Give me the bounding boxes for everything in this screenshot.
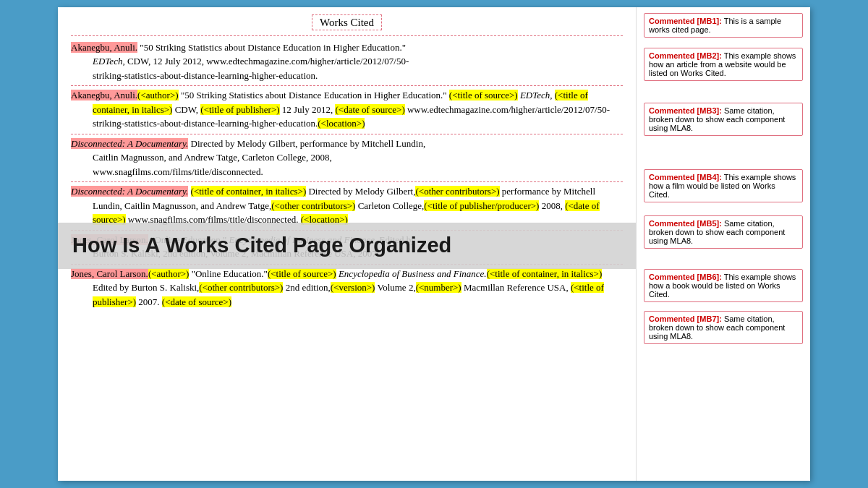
comment-mb7: Commented [MB7]: Same citation, broken d…: [644, 311, 803, 344]
entry2-line3: www.snagfilms.com/films/title/disconnect…: [71, 165, 623, 179]
document-area: Works Cited Akanegbu, Anuli. "50 Strikin…: [58, 7, 637, 481]
entry2-breakdown-block: Disconnected: A Documentary. (<title of …: [71, 184, 623, 227]
works-cited-title: Works Cited: [312, 14, 382, 30]
entry2-breakdown-text: Disconnected: A Documentary. (<title of …: [71, 184, 623, 227]
comment-mb3-label: Commented [MB3]:: [649, 106, 722, 115]
entry3-breakdown-text: Jones, Carol Larson.(<author>) "Online E…: [71, 267, 623, 309]
comment-mb2: Commented [MB2]: This example shows how …: [644, 48, 803, 81]
comment-mb4: Commented [MB4]: This example shows how …: [644, 169, 803, 202]
comment-mb6: Commented [MB6]: This example shows how …: [644, 269, 803, 302]
entry2-line2: Caitlin Magnusson, and Andrew Tatge, Car…: [71, 150, 623, 165]
entry3-breakdown-block: Jones, Carol Larson.(<author>) "Online E…: [71, 267, 623, 309]
comment-mb4-label: Commented [MB4]:: [649, 173, 722, 181]
works-cited-title-wrapper: Works Cited: [71, 14, 623, 31]
comment-mb2-label: Commented [MB2]:: [649, 51, 722, 60]
overlay-banner: How Is A Works Cited Page Organized: [58, 223, 636, 269]
comment-mb5-label: Commented [MB5]:: [649, 219, 722, 228]
page-background: Works Cited Akanegbu, Anuli. "50 Strikin…: [0, 0, 868, 488]
comment-mb5: Commented [MB5]: Same citation, broken d…: [644, 215, 803, 249]
comment-mb7-label: Commented [MB7]:: [649, 314, 722, 323]
comment-mb6-label: Commented [MB6]:: [649, 273, 722, 281]
main-container: Works Cited Akanegbu, Anuli. "50 Strikin…: [58, 7, 810, 481]
divider2: [71, 134, 623, 134]
entry1-line2: EDTech, CDW, 12 July 2012, www.edtechmag…: [71, 54, 623, 69]
entry2-line1: Disconnected: A Documentary. Directed by…: [71, 137, 623, 151]
entry1-breakdown-text: Akanegbu, Anuli.(<author>) "50 Striking …: [71, 88, 623, 131]
overlay-banner-text: How Is A Works Cited Page Organized: [72, 234, 451, 257]
entry1-breakdown-block: Akanegbu, Anuli.(<author>) "50 Striking …: [71, 88, 623, 131]
entry1-author: Akanegbu, Anuli.: [71, 42, 137, 53]
entry1-line1: Akanegbu, Anuli. "50 Striking Statistics…: [71, 40, 623, 55]
entry1-block: Akanegbu, Anuli. "50 Striking Statistics…: [71, 40, 623, 83]
title-divider: [71, 35, 623, 36]
divider1: [71, 85, 623, 86]
comment-mb1-label: Commented [MB1]:: [649, 17, 722, 25]
comment-mb3: Commented [MB3]: Same citation, broken d…: [644, 103, 803, 136]
entry1-line3: striking-statistics-about-distance-learn…: [71, 69, 623, 83]
comment-mb1: Commented [MB1]: This is a sample works …: [644, 13, 803, 38]
sidebar-comments: Commented [MB1]: This is a sample works …: [637, 7, 810, 481]
divider3: [71, 181, 623, 182]
entry2-block: Disconnected: A Documentary. Directed by…: [71, 137, 623, 179]
